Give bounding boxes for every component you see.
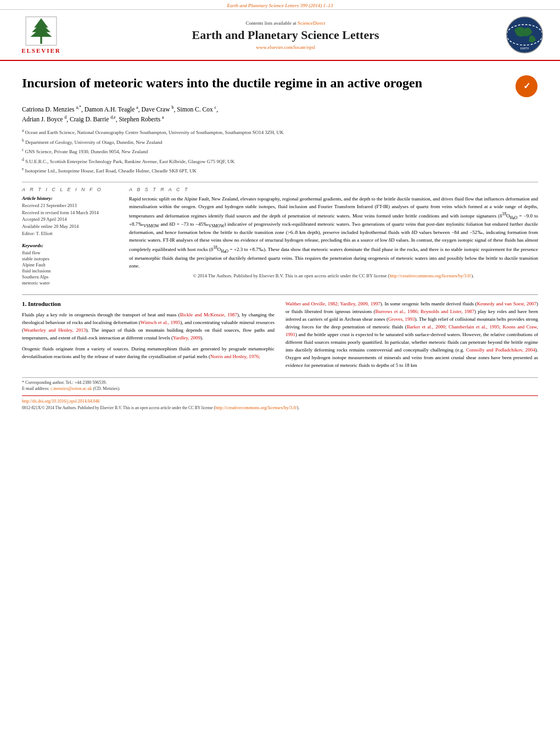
ref-yardley[interactable]: Yardley, 2009 <box>173 335 200 341</box>
ref-walther[interactable]: Walther and Orville, 1982; Yardley, 2009… <box>285 301 380 306</box>
journal-reference: Earth and Planetary Science Letters 399 … <box>227 3 333 8</box>
elsevier-logo-section: ELSEVIER <box>8 16 74 54</box>
bottom-copyright: 0012-821X/© 2014 The Authors. Published … <box>22 405 538 410</box>
ref-kennedy[interactable]: Kennedy and van Soest, 2007 <box>477 301 536 306</box>
header-bar: Earth and Planetary Science Letters 399 … <box>0 0 560 10</box>
footnote-corresponding: * Corresponding author. Tel.: +44 2380 5… <box>22 380 538 385</box>
affil-d: d S.U.E.R.C., Scottish Enterprise Techno… <box>22 157 538 166</box>
intro-right-column: Walther and Orville, 1982; Yardley, 2009… <box>285 300 538 372</box>
affil-b: b Department of Geology, University of O… <box>22 137 538 147</box>
available-date: Available online 20 May 2014 <box>22 224 118 230</box>
article-info-column: A R T I C L E I N F O Article history: R… <box>22 187 118 286</box>
keywords-label: Keywords: <box>22 243 118 248</box>
ref-norris[interactable]: Norris and Henley, 1976; <box>210 354 260 359</box>
doi-link[interactable]: http://dx.doi.org/10.1016/j.epsl.2014.04… <box>22 399 99 404</box>
received-date: Received 21 September 2013 <box>22 203 118 209</box>
keyword-2: stable isotopes <box>22 256 118 261</box>
journal-header: ELSEVIER Contents lists available at Sci… <box>0 10 560 61</box>
authors-line: Catriona D. Menzies a,*, Damon A.H. Teag… <box>22 104 538 124</box>
svg-text:EARTH: EARTH <box>520 47 529 50</box>
info-abstract-section: A R T I C L E I N F O Article history: R… <box>22 182 538 286</box>
footnotes: * Corresponding author. Tel.: +44 2380 5… <box>22 377 538 391</box>
open-access-note: © 2014 The Authors. Published by Elsevie… <box>129 273 538 278</box>
doi-link-line: http://dx.doi.org/10.1016/j.epsl.2014.04… <box>22 398 538 404</box>
abstract-text: Rapid tectonic uplift on the Alpine Faul… <box>129 196 538 270</box>
svg-text:✓: ✓ <box>523 81 530 91</box>
article-title: Incursion of meteoric waters into the du… <box>22 75 515 92</box>
editor-line: Editor: T. Elliott <box>22 231 118 237</box>
introduction-section: 1. Introduction Fluids play a key role i… <box>22 300 538 372</box>
earth-planet-icon: EARTH <box>504 14 545 55</box>
elsevier-tree-icon <box>25 16 58 46</box>
contents-line: Contents lists available at ScienceDirec… <box>74 20 497 26</box>
accepted-date: Accepted 29 April 2014 <box>22 216 118 223</box>
affil-e: e Isotoprime Ltd., Isotoprime House, Ear… <box>22 166 538 175</box>
journal-title: Earth and Planetary Science Letters <box>74 28 497 42</box>
intro-para-2: Orogenic fluids originate from a variety… <box>22 345 275 361</box>
keywords-section: Keywords: fluid flow stable isotopes Alp… <box>22 243 118 286</box>
ref-burrows[interactable]: Burrows et al., 1986; Reynolds and Liste… <box>376 309 474 314</box>
crossmark-badge[interactable]: ✓ <box>515 75 538 99</box>
keyword-3: Alpine Fault <box>22 262 118 267</box>
intro-para-3: Walther and Orville, 1982; Yardley, 2009… <box>285 300 538 369</box>
ref-connolly[interactable]: Connolly and Podladchikov, 2004 <box>466 347 535 353</box>
main-content: Incursion of meteoric waters into the du… <box>0 61 560 419</box>
ref-bickle[interactable]: Bickle and McKenzie, 1987 <box>180 312 237 317</box>
journal-title-section: Contents lists available at ScienceDirec… <box>74 20 497 50</box>
keyword-5: Southern Alps <box>22 274 118 280</box>
ref-wintsch[interactable]: Wintsch et al., 1995 <box>141 320 181 325</box>
ref-groves[interactable]: Groves, 1993 <box>388 316 415 322</box>
keyword-4: fluid inclusions <box>22 268 118 274</box>
keyword-1: fluid flow <box>22 250 118 255</box>
intro-left-column: 1. Introduction Fluids play a key role i… <box>22 300 275 372</box>
ref-weatherley[interactable]: Weatherley and Henley, 2013 <box>24 327 86 333</box>
abstract-column: A B S T R A C T Rapid tectonic uplift on… <box>129 187 538 286</box>
doi-section: http://dx.doi.org/10.1016/j.epsl.2014.04… <box>22 395 538 410</box>
section-title: 1. Introduction <box>22 300 275 307</box>
footnote-email: E-mail address: c.menzies@soton.ac.uk (C… <box>22 386 538 391</box>
content-divider <box>22 294 538 295</box>
bottom-cc-link[interactable]: http://creativecommons.org/licenses/by/3… <box>215 405 297 410</box>
affiliations: a Ocean and Earth Science, National Ocea… <box>22 127 538 175</box>
abstract-label: A B S T R A C T <box>129 187 538 192</box>
revised-date: Received in revised form 14 March 2014 <box>22 210 118 216</box>
journal-url[interactable]: www.elsevier.com/locate/epsl <box>74 44 497 50</box>
elsevier-logo: ELSEVIER <box>21 16 61 54</box>
email-link[interactable]: c.menzies@soton.ac.uk <box>51 386 92 391</box>
affil-c: c GNS Science, Private Bag 1930, Dunedin… <box>22 147 538 156</box>
elsevier-label: ELSEVIER <box>21 47 61 54</box>
sciencedirect-link[interactable]: ScienceDirect <box>298 20 325 26</box>
earth-logo-section: EARTH <box>497 14 552 55</box>
keyword-6: meteoric water <box>22 280 118 286</box>
cc-link[interactable]: http://creativecommons.org/licenses/by/3… <box>389 273 471 278</box>
affil-a: a Ocean and Earth Science, National Ocea… <box>22 127 538 137</box>
intro-para-1: Fluids play a key role in orogenesis thr… <box>22 311 275 342</box>
article-title-section: Incursion of meteoric waters into the du… <box>22 75 538 99</box>
article-info-label: A R T I C L E I N F O <box>22 187 118 192</box>
ref-barker[interactable]: Barker et al., 2000; Chamberlain et al.,… <box>285 324 538 337</box>
article-history-label: Article history: <box>22 196 118 201</box>
crossmark-icon: ✓ <box>515 75 538 98</box>
